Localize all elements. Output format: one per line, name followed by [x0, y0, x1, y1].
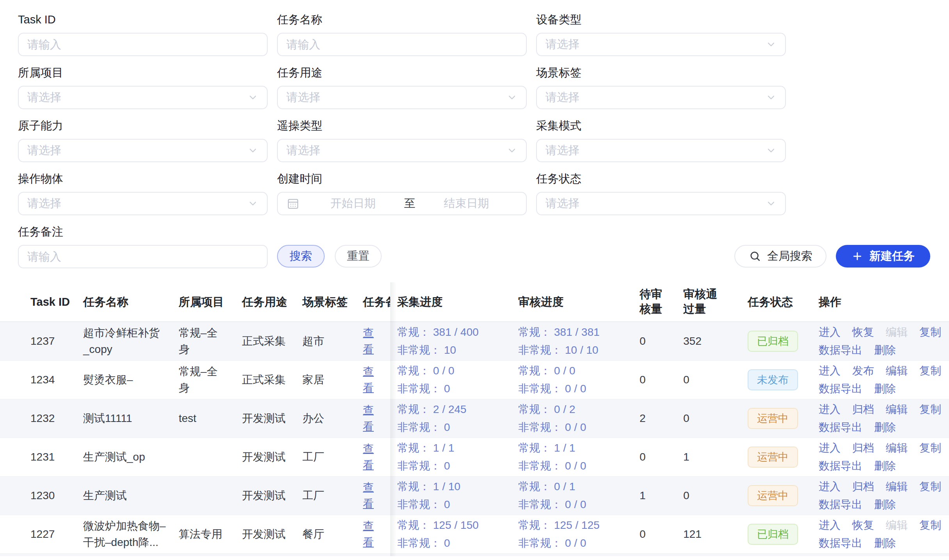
- action-link[interactable]: 删除: [874, 418, 896, 436]
- cell-pending-count: 0: [633, 333, 676, 349]
- action-link[interactable]: 删除: [874, 341, 896, 359]
- action-link[interactable]: 删除: [874, 457, 896, 475]
- atomic-ability-select[interactable]: 请选择: [18, 139, 268, 162]
- filter-field-scene-tag: 场景标签 请选择: [536, 65, 786, 109]
- collect-mode-select[interactable]: 请选择: [536, 139, 786, 162]
- action-link[interactable]: 复制: [919, 401, 941, 418]
- action-link[interactable]: 删除: [874, 496, 896, 514]
- action-link[interactable]: 恢复: [852, 516, 874, 534]
- action-link[interactable]: 编辑: [886, 362, 908, 380]
- action-link[interactable]: 编辑: [886, 401, 908, 418]
- global-search-button[interactable]: 全局搜索: [734, 245, 826, 268]
- action-link[interactable]: 复制: [919, 362, 941, 380]
- action-link[interactable]: 复制: [919, 478, 941, 496]
- view-remark-link[interactable]: 查看: [363, 327, 374, 355]
- operate-object-select[interactable]: 请选择: [18, 192, 268, 215]
- action-link[interactable]: 归档: [852, 478, 874, 496]
- cell-purpose: 开发测试: [235, 449, 295, 465]
- action-link[interactable]: 发布: [852, 362, 874, 380]
- filter-field-task-id: Task ID: [18, 12, 268, 56]
- select-placeholder: 请选择: [27, 90, 61, 105]
- cell-pending-count: 0: [633, 526, 676, 542]
- action-link[interactable]: 复制: [919, 516, 941, 534]
- action-link[interactable]: 恢复: [852, 323, 874, 341]
- cell-task-name: 微波炉加热食物–干扰–depth降...: [76, 518, 172, 551]
- filter-label: Task ID: [18, 12, 268, 27]
- filter-field-task-remark: 任务备注: [18, 224, 268, 268]
- view-remark-link[interactable]: 查看: [363, 404, 374, 432]
- date-range-separator: 至: [404, 196, 416, 211]
- action-link[interactable]: 进入: [819, 323, 841, 341]
- action-link[interactable]: 数据导出: [819, 418, 862, 436]
- status-badge: 未发布: [748, 369, 798, 390]
- cell-approved-count: 121: [676, 526, 741, 542]
- select-placeholder: 请选择: [546, 196, 579, 211]
- action-link[interactable]: 进入: [819, 362, 841, 380]
- magnifier-icon: [748, 250, 762, 263]
- action-link[interactable]: 数据导出: [819, 534, 862, 552]
- task-purpose-select[interactable]: 请选择: [277, 86, 527, 109]
- action-link[interactable]: 删除: [874, 380, 896, 398]
- task-remark-input[interactable]: [18, 245, 268, 268]
- chevron-down-icon: [247, 92, 258, 103]
- cell-approved-count: 0: [676, 372, 741, 388]
- filter-label: 设备类型: [536, 12, 786, 27]
- cell-task-name: 生产测试: [76, 487, 172, 504]
- action-link[interactable]: 进入: [819, 516, 841, 534]
- action-link[interactable]: 进入: [819, 478, 841, 496]
- action-link[interactable]: 数据导出: [819, 341, 862, 359]
- view-remark-link[interactable]: 查看: [363, 481, 374, 510]
- cell-review-progress: 常规： 0 / 2非常规： 0 / 0: [511, 401, 633, 436]
- cell-task-name: 测试11111: [76, 410, 172, 427]
- task-id-input[interactable]: [18, 33, 268, 56]
- action-link[interactable]: 归档: [852, 439, 874, 457]
- action-link[interactable]: 编辑: [886, 323, 908, 341]
- col-project: 所属项目: [172, 294, 235, 310]
- action-link[interactable]: 数据导出: [819, 380, 862, 398]
- select-placeholder: 请选择: [546, 37, 579, 52]
- action-link[interactable]: 删除: [874, 534, 896, 552]
- search-button[interactable]: 搜索: [277, 245, 325, 268]
- col-remark: 任务备注: [356, 294, 390, 310]
- create-time-range-picker[interactable]: 开始日期 至 结束日期: [277, 192, 527, 215]
- task-status-select[interactable]: 请选择: [536, 192, 786, 215]
- select-placeholder: 请选择: [286, 90, 320, 105]
- action-link[interactable]: 进入: [819, 401, 841, 418]
- cell-review-progress: 常规： 381 / 381非常规： 10 / 10: [511, 323, 633, 359]
- task-name-input[interactable]: [277, 33, 527, 56]
- action-link[interactable]: 复制: [919, 323, 941, 341]
- action-link[interactable]: 复制: [919, 439, 941, 457]
- table-row: 1237 超市冷鲜柜补货_copy 常规–全身 正式采集 超市 查看 常规： 3…: [0, 322, 949, 361]
- cell-approved-count: 0: [676, 410, 741, 427]
- table-body: 1237 超市冷鲜柜补货_copy 常规–全身 正式采集 超市 查看 常规： 3…: [0, 322, 949, 556]
- create-task-button[interactable]: 新建任务: [836, 245, 930, 268]
- cell-review-progress: 常规： 1 / 1非常规： 0 / 0: [511, 439, 633, 475]
- action-link[interactable]: 进入: [819, 439, 841, 457]
- cell-review-progress: 常规： 125 / 125非常规： 0 / 0: [511, 516, 633, 552]
- action-link[interactable]: 编辑: [886, 478, 908, 496]
- view-remark-link[interactable]: 查看: [363, 365, 374, 394]
- action-link[interactable]: 编辑: [886, 516, 908, 534]
- view-remark-link[interactable]: 查看: [363, 520, 374, 548]
- cell-project: 算法专用: [172, 526, 235, 542]
- action-link[interactable]: 数据导出: [819, 496, 862, 514]
- table-row: 1230 生产测试 开发测试 工厂 查看 常规： 1 / 10非常规： 0 常规…: [0, 477, 949, 515]
- reset-button[interactable]: 重置: [335, 245, 382, 268]
- action-link[interactable]: 数据导出: [819, 457, 862, 475]
- partial-next-row: [0, 554, 949, 556]
- device-type-select[interactable]: 请选择: [536, 33, 786, 56]
- action-link[interactable]: 编辑: [886, 439, 908, 457]
- cell-review-progress: 常规： 0 / 0非常规： 0 / 0: [511, 362, 633, 398]
- scene-tag-select[interactable]: 请选择: [536, 86, 786, 109]
- cell-purpose: 正式采集: [235, 333, 295, 349]
- start-date-placeholder[interactable]: 开始日期: [302, 196, 404, 211]
- teleop-type-select[interactable]: 请选择: [277, 139, 527, 162]
- cell-task-id: 1234: [23, 372, 76, 388]
- project-select[interactable]: 请选择: [18, 86, 268, 109]
- action-link[interactable]: 归档: [852, 401, 874, 418]
- view-remark-link[interactable]: 查看: [363, 443, 374, 471]
- cell-pending-count: 0: [633, 449, 676, 465]
- end-date-placeholder[interactable]: 结束日期: [416, 196, 518, 211]
- table-row: 1234 熨烫衣服– 常规–全身 正式采集 家居 查看 常规： 0 / 0非常规…: [0, 361, 949, 399]
- table-row: 1227 微波炉加热食物–干扰–depth降... 算法专用 开发测试 餐厅 查…: [0, 515, 949, 554]
